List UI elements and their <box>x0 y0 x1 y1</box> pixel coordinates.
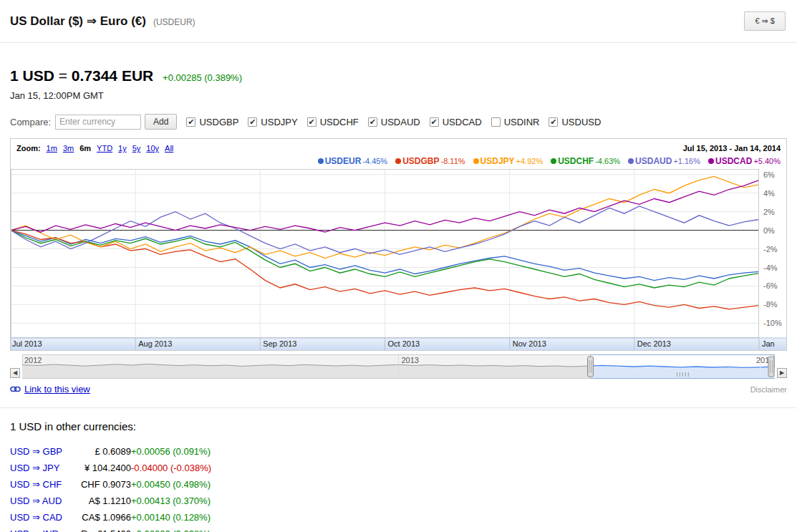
compare-item-usdgbp[interactable]: ✔USDGBP <box>186 117 238 127</box>
zoom-label: Zoom: <box>16 144 41 153</box>
fx-pair-link-gbp[interactable]: USD ⇒ GBP <box>10 446 62 457</box>
svg-text:Aug 2013: Aug 2013 <box>138 339 172 348</box>
zoom-6m[interactable]: 6m <box>79 144 91 153</box>
legend-usdaud: USDAUD+1.16% <box>628 156 700 166</box>
fx-pair-link-jpy[interactable]: USD ⇒ JPY <box>10 463 59 473</box>
svg-text:Nov 2013: Nov 2013 <box>513 339 546 348</box>
fx-pair-cell: USD ⇒ CAD <box>10 509 62 526</box>
usdusd-checkbox[interactable]: ✔ <box>549 117 558 127</box>
disclaimer-link[interactable]: Disclaimer <box>750 385 787 394</box>
legend-dot-icon <box>395 158 401 164</box>
legend-change: -8.11% <box>441 157 465 165</box>
fx-table-body: USD ⇒ GBP£ 0.6089+0.00056 (0.091%)USD ⇒ … <box>10 443 211 532</box>
svg-text:-10%: -10% <box>763 319 782 327</box>
compare-item-usdjpy[interactable]: ✔USDJPY <box>248 117 297 127</box>
title-wrap: US Dollar ($) ⇒ Euro (€) (USDEUR) <box>10 14 195 29</box>
compare-item-label: USDJPY <box>261 117 297 127</box>
compare-item-usdchf[interactable]: ✔USDCHF <box>307 117 359 127</box>
fx-pair-link-inr[interactable]: USD ⇒ INR <box>10 528 59 532</box>
fx-pair-link-chf[interactable]: USD ⇒ CHF <box>10 479 62 490</box>
fx-row-cad: USD ⇒ CADCA$ 1.0966+0.00140 (0.128%) <box>10 509 211 526</box>
link-to-this-view-label: Link to this view <box>24 384 90 395</box>
legend-change: +5.40% <box>753 157 781 165</box>
svg-text:-6%: -6% <box>763 281 778 290</box>
fx-row-inr: USD ⇒ INRRs. 61.5400+0.06000 (0.098%) <box>10 526 211 532</box>
legend-usdjpy: USDJPY+4.92% <box>473 156 544 166</box>
chain-link-icon <box>10 386 21 392</box>
compare-item-label: USDCAD <box>443 117 482 127</box>
usdjpy-checkbox[interactable]: ✔ <box>248 117 257 127</box>
fx-value: Rs. 61.5400 <box>62 526 131 532</box>
legend-change: +1.16% <box>673 157 700 165</box>
fx-row-chf: USD ⇒ CHFCHF 0.9073+0.00450 (0.498%) <box>10 476 211 493</box>
timeline-scrubber-svg[interactable]: 201220132014 <box>22 354 775 379</box>
legend-symbol: USDJPY <box>480 156 515 166</box>
fx-pair-cell: USD ⇒ JPY <box>10 460 62 476</box>
usdcad-checkbox[interactable]: ✔ <box>430 117 439 127</box>
svg-text:Jul 2013: Jul 2013 <box>12 339 42 348</box>
scrub-left-arrow-icon[interactable]: ◀ <box>10 368 20 378</box>
zoom-all[interactable]: All <box>165 144 173 153</box>
fx-change: +0.00450 (0.498%) <box>131 476 211 493</box>
pair-symbol: (USDEUR) <box>153 17 195 27</box>
zoom-ytd[interactable]: YTD <box>97 144 112 153</box>
legend-usdchf: USDCHF-4.63% <box>551 156 620 166</box>
quote-price: 0.7344 EUR <box>72 67 153 84</box>
legend-usdeur: USDEUR-4.45% <box>318 156 388 166</box>
scrub-right-arrow-icon[interactable]: ▶ <box>777 368 787 378</box>
legend-dot-icon <box>708 158 714 164</box>
compare-item-usdusd[interactable]: ✔USDUSD <box>549 117 601 127</box>
link-to-this-view[interactable]: Link to this view <box>10 384 90 395</box>
compare-item-usdaud[interactable]: ✔USDAUD <box>368 117 420 127</box>
fx-row-gbp: USD ⇒ GBP£ 0.6089+0.00056 (0.091%) <box>10 443 211 460</box>
svg-text:-4%: -4% <box>763 263 778 272</box>
legend-dot-icon <box>473 158 479 164</box>
section-title: 1 USD in other currencies: <box>10 420 787 432</box>
legend-symbol: USDCHF <box>558 156 594 166</box>
legend-dot-icon <box>551 158 556 164</box>
compare-input[interactable] <box>55 115 141 130</box>
zoom-1m[interactable]: 1m <box>47 144 57 153</box>
svg-text:Sep 2013: Sep 2013 <box>263 339 296 348</box>
fx-value: ¥ 104.2400 <box>62 460 131 476</box>
usdinr-checkbox[interactable] <box>491 117 501 127</box>
quote-line: 1 USD = 0.7344 EUR +0.00285 (0.389%) <box>10 67 787 84</box>
compare-label: Compare: <box>10 117 51 127</box>
zoom-10y[interactable]: 10y <box>146 144 159 153</box>
svg-text:0%: 0% <box>763 226 775 235</box>
compare-item-usdinr[interactable]: USDINR <box>491 117 540 127</box>
usdchf-checkbox[interactable]: ✔ <box>307 117 317 127</box>
fx-change: -0.04000 (-0.038%) <box>131 460 211 476</box>
scrubber-handle <box>768 357 774 377</box>
usdgbp-checkbox[interactable]: ✔ <box>186 117 195 127</box>
fx-value: CA$ 1.0966 <box>62 509 131 526</box>
zoom-3m[interactable]: 3m <box>63 144 74 153</box>
compare-item-label: USDCHF <box>320 117 359 127</box>
compare-item-usdcad[interactable]: ✔USDCAD <box>430 117 482 127</box>
page-title: US Dollar ($) ⇒ Euro (€) <box>10 14 146 29</box>
fx-pair-link-aud[interactable]: USD ⇒ AUD <box>10 495 62 506</box>
fx-value: CHF 0.9073 <box>62 476 131 493</box>
fx-change: +0.00056 (0.091%) <box>131 443 211 460</box>
svg-text:4%: 4% <box>763 189 775 198</box>
zoom-1y[interactable]: 1y <box>118 144 127 153</box>
page-header: US Dollar ($) ⇒ Euro (€) (USDEUR) € ⇒ $ <box>0 0 797 43</box>
add-button[interactable]: Add <box>145 114 177 130</box>
fx-pair-link-cad[interactable]: USD ⇒ CAD <box>10 512 62 523</box>
chart-date-range: Jul 15, 2013 - Jan 14, 2014 <box>683 144 781 153</box>
legend-change: -4.63% <box>595 157 620 165</box>
fx-table: USD ⇒ GBP£ 0.6089+0.00056 (0.091%)USD ⇒ … <box>10 443 211 532</box>
scrubber-year: 2012 <box>24 356 42 364</box>
other-currencies-section: 1 USD in other currencies: USD ⇒ GBP£ 0.… <box>0 407 797 532</box>
fx-row-aud: USD ⇒ AUDA$ 1.1210+0.00413 (0.370%) <box>10 493 211 509</box>
zoom-5y[interactable]: 5y <box>132 144 141 153</box>
main-chart-svg[interactable]: 6%4%2%0%-2%-4%-6%-8%-10%Jul 2013Aug 2013… <box>11 169 786 350</box>
swap-currency-button[interactable]: € ⇒ $ <box>744 11 786 31</box>
fx-change: +0.00413 (0.370%) <box>131 493 211 509</box>
usdaud-checkbox[interactable]: ✔ <box>368 117 377 127</box>
quote-section: 1 USD = 0.7344 EUR +0.00285 (0.389%) Jan… <box>0 43 797 101</box>
svg-text:2%: 2% <box>763 208 775 216</box>
compare-item-label: USDINR <box>504 117 540 127</box>
fx-pair-cell: USD ⇒ GBP <box>10 443 62 460</box>
legend-usdcad: USDCAD+5.40% <box>708 156 781 166</box>
